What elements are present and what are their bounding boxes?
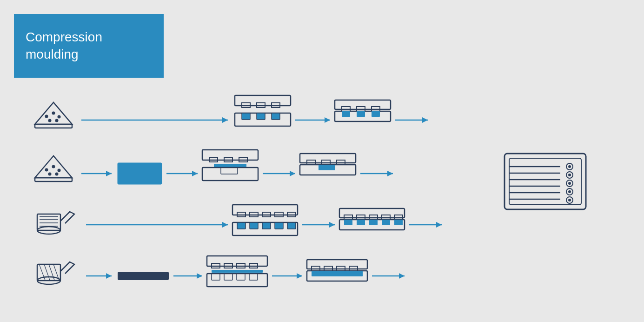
svg-rect-96 [312,271,363,276]
svg-point-4 [58,115,61,119]
svg-rect-7 [235,95,291,106]
svg-point-29 [55,173,59,176]
icon-roll-row4 [37,262,74,284]
svg-point-114 [568,199,571,201]
svg-rect-86 [212,274,220,280]
svg-point-6 [55,119,59,122]
arrow-row2-1-head [106,171,112,176]
svg-point-112 [568,190,571,193]
svg-rect-36 [221,168,238,174]
svg-rect-57 [250,222,258,229]
svg-rect-72 [394,220,403,225]
icon-product-final [505,154,586,209]
svg-rect-14 [272,113,280,120]
svg-rect-60 [287,222,296,229]
mold-closed-row4 [307,260,367,281]
arrow-row3-mid-head [329,222,335,228]
icon-roll-row3 [37,212,74,234]
svg-rect-21 [357,111,365,117]
svg-point-110 [568,182,571,185]
diagram-svg [0,0,644,322]
svg-rect-84 [212,270,263,273]
svg-point-26 [52,165,55,168]
arrow-row1-end-head [422,117,428,123]
arrow-row3-long-head [222,222,228,228]
arrow-row4-3-head [297,273,302,279]
arrow-row3-end-head [436,222,442,228]
arrow-row4-1-head [106,273,112,279]
svg-rect-68 [344,220,352,225]
svg-point-28 [48,173,52,176]
svg-rect-70 [369,220,378,225]
svg-rect-89 [249,274,258,280]
svg-rect-97 [505,154,586,209]
svg-rect-98 [509,158,581,205]
mold-open-row1 [235,95,291,126]
mold-open-row2 [202,150,258,181]
svg-point-25 [45,168,48,172]
svg-point-2 [45,115,48,118]
arrow-row2-2-head [192,171,198,176]
icon-granules-row1 [35,102,72,128]
svg-rect-88 [237,274,245,280]
svg-rect-20 [342,111,350,117]
arrow-row2-end-head [387,171,393,176]
svg-rect-37 [300,154,356,163]
arrow-row4-end-head [399,273,405,279]
mold-closed-row3 [339,208,405,230]
svg-rect-22 [372,111,380,117]
svg-line-77 [49,264,54,280]
preform-rect-row2 [118,163,162,184]
mold-open-row3 [232,205,298,235]
svg-rect-42 [319,165,335,170]
svg-rect-13 [257,113,265,120]
svg-rect-58 [262,222,271,229]
svg-rect-30 [202,150,258,160]
mold-closed-row1 [335,100,391,121]
svg-rect-59 [275,222,283,229]
svg-rect-12 [242,113,250,120]
svg-point-106 [568,165,571,168]
arrow-row2-3-head [290,171,295,176]
svg-rect-15 [335,100,391,109]
svg-point-27 [58,169,61,172]
preform-thin-row4 [118,272,169,280]
arrow-row1-long-head [222,117,228,123]
svg-line-76 [44,264,50,280]
svg-point-3 [52,112,55,115]
icon-granules-row2 [35,156,72,181]
svg-rect-56 [237,222,246,229]
svg-rect-69 [357,220,365,225]
svg-point-5 [48,119,52,122]
svg-rect-71 [382,220,390,225]
mold-open-row4 [207,256,267,287]
svg-rect-87 [224,274,232,280]
mold-closed-row2 [300,154,356,175]
arrow-row4-2-head [197,273,202,279]
svg-point-108 [568,174,571,176]
arrow-row1-mid-head [325,117,330,123]
